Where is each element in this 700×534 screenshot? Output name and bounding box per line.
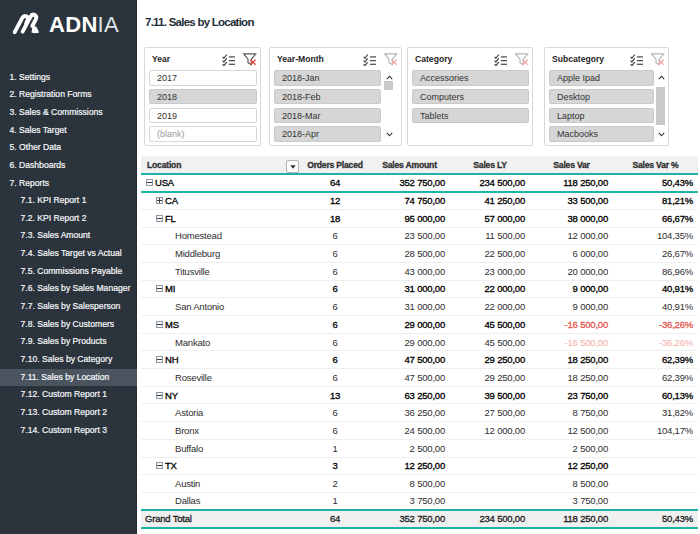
svg-text:ADNIA: ADNIA — [49, 12, 119, 37]
